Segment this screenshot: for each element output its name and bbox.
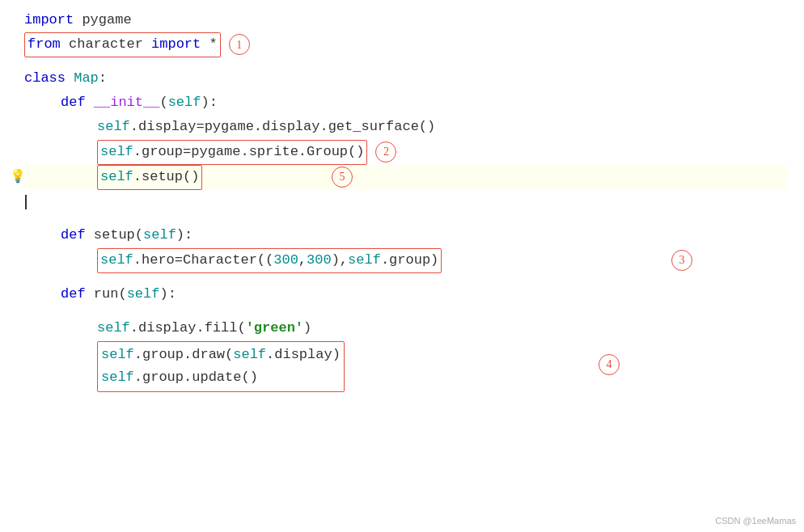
- watermark: CSDN @1eeMamas: [715, 516, 796, 526]
- import-statement-box: from character import *: [24, 32, 221, 57]
- code-line-cursor: [24, 190, 788, 214]
- code-line-hero: self.hero=Character((300,300),self.group…: [24, 248, 788, 273]
- text-cursor: [25, 195, 27, 209]
- bulb-icon: 💡: [10, 167, 26, 188]
- keyword-import: import: [24, 9, 74, 32]
- annotation-3: 3: [671, 250, 692, 271]
- code-line-group: self.group=pygame.sprite.Group() 2: [24, 140, 788, 165]
- code-line-class: class Map:: [24, 67, 788, 91]
- setup-statement-box: self.setup(): [97, 165, 202, 190]
- hero-statement-box: self.hero=Character((300,300),self.group…: [97, 248, 442, 273]
- code-line-def-setup: def setup(self):: [24, 224, 788, 248]
- code-line-2: from character import * 1: [24, 32, 788, 57]
- code-line-def-run: def run(self):: [24, 283, 788, 307]
- annotation-2: 2: [375, 141, 396, 163]
- code-display: import pygame from character import * 1 …: [0, 0, 804, 408]
- code-line-setup: 💡 self.setup() 5: [24, 165, 788, 190]
- annotation-4: 4: [599, 354, 620, 375]
- update-line: self.group.update(): [101, 366, 341, 390]
- code-line-1: import pygame: [24, 8, 788, 32]
- draw-update-box: self.group.draw(self.display) self.group…: [97, 341, 345, 393]
- code-line-draw-update-group: self.group.draw(self.display) self.group…: [24, 341, 788, 393]
- code-line-init: def __init__(self):: [24, 91, 788, 116]
- draw-line: self.group.draw(self.display): [101, 344, 341, 367]
- code-line-display: self.display=pygame.display.get_surface(…: [24, 116, 788, 140]
- annotation-5: 5: [332, 167, 353, 188]
- code-line-fill: self.display.fill('green'): [24, 317, 788, 341]
- annotation-1: 1: [229, 34, 250, 55]
- group-statement-box: self.group=pygame.sprite.Group(): [97, 140, 367, 165]
